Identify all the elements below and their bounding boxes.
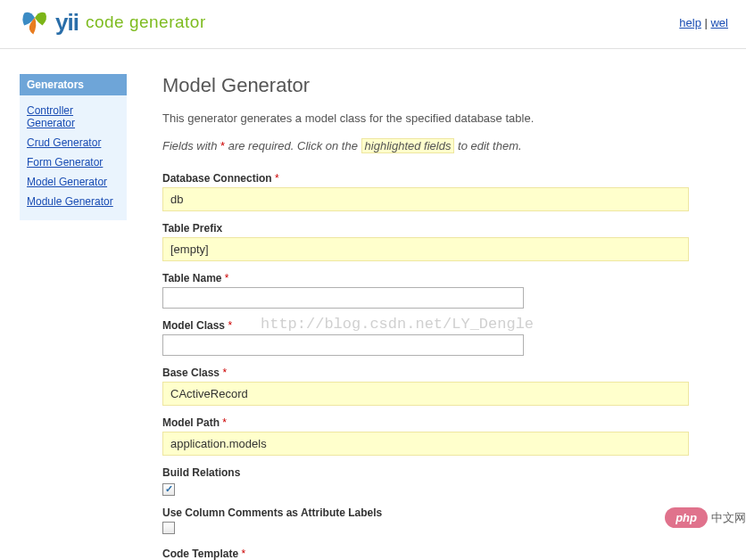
- label-code-template: Code Template *: [162, 548, 698, 560]
- sidebar-item-crud[interactable]: Crud Generator: [27, 133, 120, 152]
- row-db-connection: Database Connection * db: [162, 172, 698, 211]
- sidebar-title: Generators: [20, 74, 127, 95]
- field-model-path[interactable]: application.models: [162, 432, 689, 456]
- label-column-comments: Use Column Comments as Attribute Labels: [162, 506, 698, 519]
- page-hint: Fields with * are required. Click on the…: [162, 139, 698, 152]
- field-table-prefix[interactable]: [empty]: [162, 237, 689, 261]
- row-column-comments: Use Column Comments as Attribute Labels: [162, 506, 698, 537]
- page-description: This generator generates a model class f…: [162, 111, 698, 125]
- header-sep: |: [701, 16, 711, 29]
- sidebar-item-module[interactable]: Module Generator: [27, 192, 120, 211]
- row-base-class: Base Class * CActiveRecord: [162, 366, 698, 406]
- row-build-relations: Build Relations: [162, 466, 698, 496]
- page-title: Model Generator: [162, 74, 698, 97]
- label-model-class: Model Class *: [162, 319, 698, 332]
- welcome-link[interactable]: wel: [710, 16, 728, 29]
- label-db-connection: Database Connection *: [162, 172, 698, 185]
- input-model-class[interactable]: [162, 334, 524, 356]
- main-container: Generators Controller Generator Crud Gen…: [0, 49, 746, 560]
- php-cn-badge: php 中文网: [665, 507, 746, 528]
- label-table-prefix: Table Prefix: [162, 222, 698, 235]
- help-link[interactable]: help: [679, 16, 701, 29]
- page-header: yii code generator help | wel: [0, 0, 746, 49]
- row-table-name: Table Name *: [162, 272, 698, 309]
- php-cn-text: 中文网: [711, 510, 746, 526]
- field-db-connection[interactable]: db: [162, 187, 689, 211]
- label-build-relations: Build Relations: [162, 466, 698, 479]
- label-base-class: Base Class *: [162, 366, 698, 379]
- sidebar-body: Controller Generator Crud Generator Form…: [20, 95, 127, 220]
- brand-code-generator: code generator: [86, 12, 206, 32]
- field-base-class[interactable]: CActiveRecord: [162, 382, 689, 406]
- row-model-path: Model Path * application.models: [162, 416, 698, 456]
- label-table-name: Table Name *: [162, 272, 698, 284]
- logo-block: yii code generator: [20, 7, 206, 37]
- main-content: Model Generator This generator generates…: [162, 74, 698, 560]
- sidebar: Generators Controller Generator Crud Gen…: [20, 74, 127, 560]
- row-code-template: Code Template * default (D:\xampp\git-ne…: [162, 548, 698, 561]
- header-links: help | wel: [679, 16, 728, 29]
- row-table-prefix: Table Prefix [empty]: [162, 222, 698, 261]
- checkbox-column-comments[interactable]: [162, 522, 175, 534]
- label-model-path: Model Path *: [162, 416, 698, 429]
- sidebar-item-form[interactable]: Form Generator: [27, 152, 120, 172]
- row-model-class: Model Class * http://blog.csdn.net/LY_De…: [162, 319, 698, 356]
- sidebar-item-model[interactable]: Model Generator: [27, 172, 120, 192]
- brand-yii: yii: [55, 9, 79, 37]
- yii-logo-icon: [20, 7, 50, 37]
- php-pill: php: [665, 507, 708, 528]
- input-table-name[interactable]: [162, 287, 524, 309]
- checkbox-build-relations[interactable]: [162, 483, 175, 496]
- sidebar-item-controller[interactable]: Controller Generator: [27, 101, 120, 133]
